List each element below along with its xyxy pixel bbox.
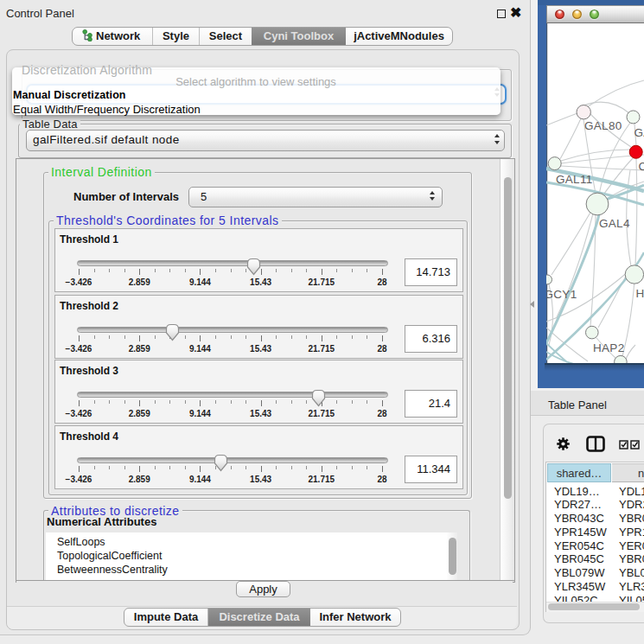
svg-text:HI: HI (636, 287, 644, 300)
svg-text:GAL80: GAL80 (584, 119, 622, 132)
svg-text:GCY1: GCY1 (546, 288, 577, 301)
svg-text:HAP2: HAP2 (593, 341, 624, 354)
svg-text:GAL4: GAL4 (599, 217, 630, 230)
svg-text:CY: CY (639, 160, 644, 173)
svg-text:GAL11: GAL11 (556, 173, 593, 186)
svg-text:GA: GA (634, 126, 644, 139)
